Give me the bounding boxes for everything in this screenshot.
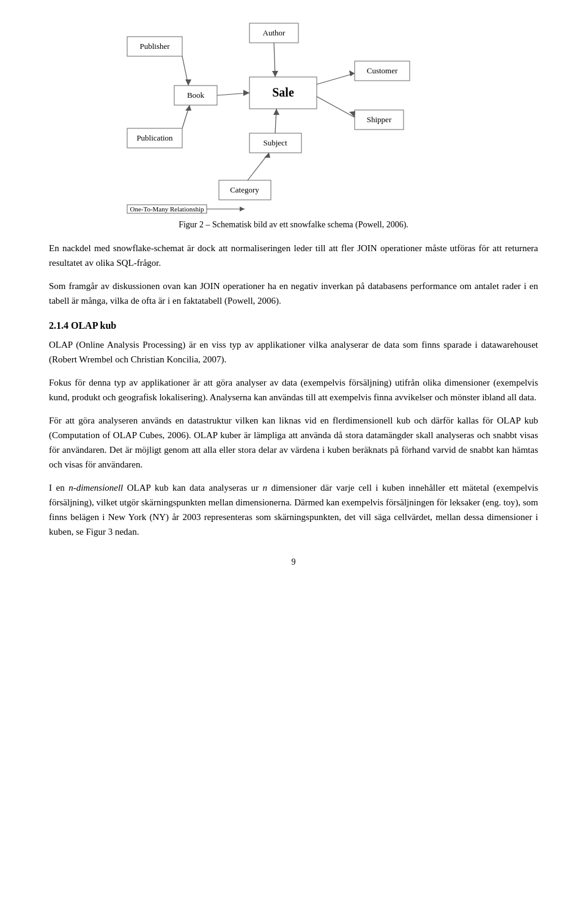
paragraph-2: Som framgår av diskussionen ovan kan JOI… <box>49 279 538 308</box>
paragraph-1: En nackdel med snowflake-schemat är dock… <box>49 241 538 270</box>
paragraph-6: I en n-dimensionell OLAP kub kan data an… <box>49 480 538 539</box>
svg-marker-27 <box>349 111 355 117</box>
paragraph-4: Fokus för denna typ av applikationer är … <box>49 375 538 405</box>
svg-text:Subject: Subject <box>264 138 287 147</box>
page-number: 9 <box>49 557 538 567</box>
svg-marker-31 <box>273 109 279 115</box>
svg-text:Customer: Customer <box>367 66 398 75</box>
svg-text:Shipper: Shipper <box>367 115 392 124</box>
section-heading-214: 2.1.4 OLAP kub <box>49 320 538 331</box>
p6-italic2: n <box>262 483 267 493</box>
svg-text:Sale: Sale <box>272 86 294 99</box>
svg-text:Author: Author <box>263 28 286 37</box>
svg-text:Publication: Publication <box>136 133 173 142</box>
figure-caption: Figur 2 – Schematisk bild av ett snowfal… <box>49 220 538 230</box>
snowflake-diagram: Publisher Author Book Sale Customer Ship… <box>116 18 471 214</box>
p6-prefix: I en <box>49 483 68 493</box>
svg-text:One-To-Many Relationship: One-To-Many Relationship <box>130 205 204 213</box>
svg-text:Book: Book <box>187 90 205 100</box>
svg-line-26 <box>317 97 355 117</box>
svg-marker-29 <box>185 105 191 111</box>
paragraph-3: OLAP (Online Analysis Processing) är en … <box>49 337 538 367</box>
paragraph-5: För att göra analyseren används en datas… <box>49 413 538 472</box>
svg-marker-19 <box>185 79 191 86</box>
svg-text:Publisher: Publisher <box>139 42 170 51</box>
svg-marker-37 <box>240 207 245 211</box>
p6-italic: n-dimensionell <box>68 483 123 493</box>
p6-middle: OLAP kub kan data analyseras ur <box>123 483 262 493</box>
svg-text:Category: Category <box>230 185 259 194</box>
svg-marker-25 <box>349 70 355 76</box>
svg-marker-23 <box>243 90 249 96</box>
diagram-section: Publisher Author Book Sale Customer Ship… <box>49 18 538 214</box>
svg-marker-33 <box>264 153 270 158</box>
svg-marker-21 <box>272 71 278 77</box>
svg-line-24 <box>317 73 355 84</box>
